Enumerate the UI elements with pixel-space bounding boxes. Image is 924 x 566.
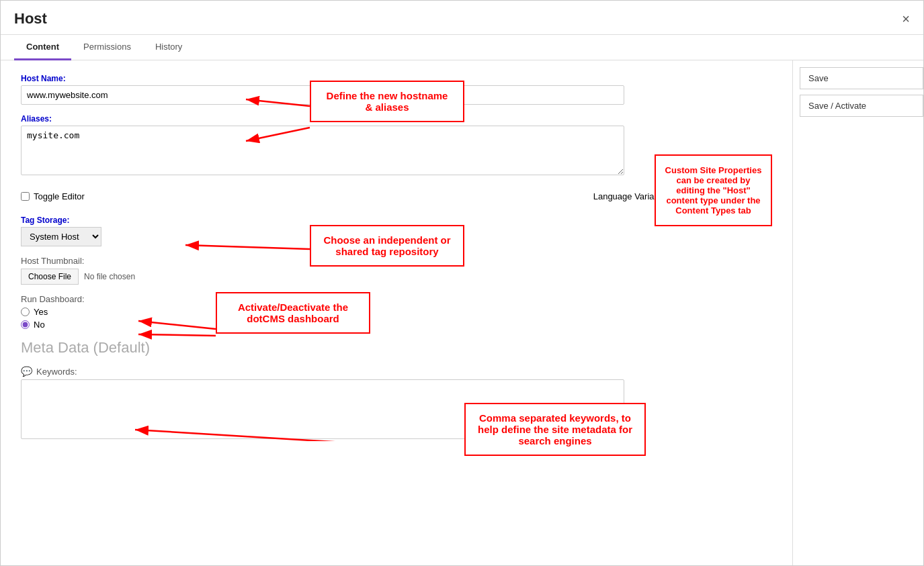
annotation-hostname: Define the new hostname & aliases <box>310 81 464 122</box>
run-dashboard-group: Run Dashboard: Yes No <box>21 294 772 330</box>
modal-title: Host <box>14 10 47 28</box>
close-button[interactable]: × <box>902 12 910 26</box>
keywords-icon: 💬 <box>21 366 32 377</box>
tab-permissions[interactable]: Permissions <box>71 35 143 60</box>
toggle-editor-checkbox[interactable] <box>21 192 30 201</box>
tab-content[interactable]: Content <box>14 35 71 60</box>
run-dashboard-yes-item: Yes <box>21 307 772 317</box>
run-dashboard-no-item: No <box>21 320 772 330</box>
save-activate-button[interactable]: Save / Activate <box>800 95 923 117</box>
run-dashboard-yes-radio[interactable] <box>21 308 30 316</box>
keywords-label: Keywords: <box>36 367 77 377</box>
modal-header: Host × <box>1 1 923 35</box>
tabs-row: Content Permissions History <box>1 35 923 60</box>
meta-section-title: Meta Data (Default) <box>21 339 772 357</box>
annotation-sidebar: Custom Site Properties can be created by… <box>655 154 772 226</box>
toggle-editor-label: Toggle Editor <box>34 191 85 201</box>
modal-body: Define the new hostname & aliases Choose… <box>1 60 923 565</box>
save-button[interactable]: Save <box>800 67 923 89</box>
main-content: Define the new hostname & aliases Choose… <box>1 60 792 565</box>
keywords-group: 💬 Keywords: <box>21 366 772 441</box>
choose-file-button[interactable]: Choose File <box>21 269 79 285</box>
aliases-textarea[interactable]: mysite.com <box>21 126 624 175</box>
tab-history[interactable]: History <box>143 35 194 60</box>
annotation-tagstore: Choose an independent or shared tag repo… <box>310 225 464 267</box>
annotation-dashboard: Activate/Deactivate the dotCMS dashboard <box>216 292 370 334</box>
annotation-keywords: Comma separated keywords, to help define… <box>464 403 646 456</box>
tag-storage-select[interactable]: System Host Independent <box>21 227 101 246</box>
run-dashboard-yes-label: Yes <box>34 307 48 317</box>
no-file-text: No file chosen <box>84 272 135 281</box>
sidebar: Save Save / Activate <box>792 60 923 565</box>
svg-line-5 <box>138 334 216 336</box>
run-dashboard-no-radio[interactable] <box>21 320 30 329</box>
run-dashboard-no-label: No <box>34 320 45 330</box>
run-dashboard-label: Run Dashboard: <box>21 294 772 304</box>
